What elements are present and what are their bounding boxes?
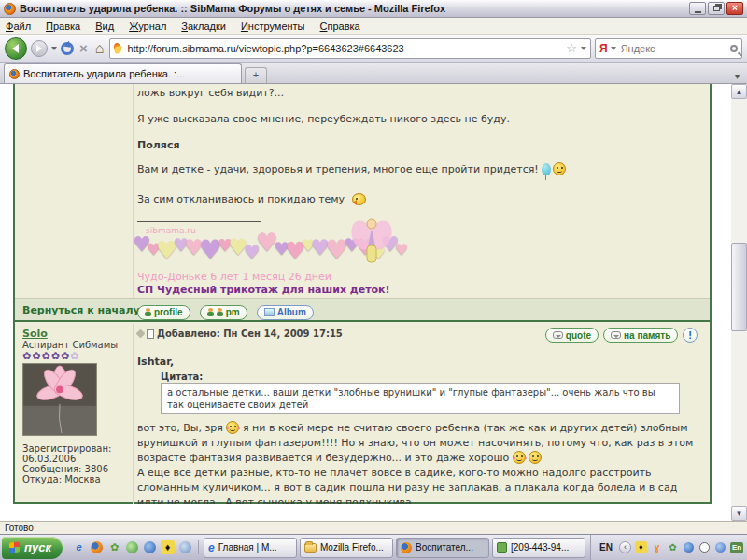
- menu-bookmarks[interactable]: Закладки: [181, 21, 226, 32]
- media-player-quicklaunch-icon[interactable]: [143, 540, 157, 554]
- search-input[interactable]: [619, 42, 727, 55]
- task-download[interactable]: [209-443-94...: [492, 538, 585, 558]
- quote-label: Цитата:: [161, 371, 203, 382]
- firefox-icon: [4, 3, 16, 15]
- search-icon[interactable]: [730, 45, 738, 52]
- system-tray: EN ‹ ♦ ɣ ✿ En 0:36: [590, 535, 747, 560]
- back-to-top-link[interactable]: Вернуться к началу: [22, 304, 140, 316]
- post-body: вот это, Вы, зря я ни в коей мере не счи…: [137, 421, 705, 504]
- user-tray-icon[interactable]: [714, 541, 726, 553]
- album-button[interactable]: Album: [257, 305, 314, 320]
- start-button[interactable]: пуск: [2, 537, 63, 559]
- history-dropdown-icon[interactable]: [51, 47, 57, 53]
- quote-button[interactable]: quote: [545, 328, 599, 343]
- firefox-icon: [401, 542, 412, 553]
- rank-stars: ✿✿✿✿✿✿: [22, 350, 79, 362]
- task-buttons: e Главная | М... Mozilla Firefo... Воспи…: [199, 538, 590, 558]
- icq-quicklaunch-icon[interactable]: ✿: [107, 540, 121, 554]
- menu-bar: Файл Правка Вид Журнал Закладки Инструме…: [0, 18, 747, 35]
- ie-icon: e: [208, 541, 215, 554]
- chick-smiley-icon: [352, 193, 366, 205]
- author-rank: Аспирант Сибмамы: [22, 340, 118, 350]
- person-icon: [217, 308, 223, 316]
- taskbar: пуск e ✿ ♦ e Главная | М... Mozilla Fire…: [0, 534, 747, 560]
- laugh-smiley-icon: [553, 162, 566, 175]
- profile-button[interactable]: profile: [137, 305, 190, 320]
- post1-line4: Вам и детке - удачи, здоровья и трепения…: [137, 162, 566, 175]
- speech-bubble-icon: [553, 331, 563, 339]
- back-button[interactable]: [5, 37, 27, 60]
- firefox-quicklaunch-icon[interactable]: [90, 540, 104, 554]
- url-input[interactable]: [125, 42, 562, 55]
- minimize-button[interactable]: [689, 2, 706, 15]
- pinwheel-tray-icon[interactable]: ✿: [667, 541, 679, 553]
- scroll-down-button[interactable]: ▼: [731, 506, 747, 521]
- task-ie[interactable]: e Главная | М...: [204, 538, 297, 558]
- browser-viewport: ложь вокруг себя видит?... Я уже высказа…: [0, 84, 747, 521]
- status-text: Готово: [5, 523, 34, 533]
- report-button[interactable]: !: [683, 328, 698, 343]
- url-dropdown-icon[interactable]: [581, 47, 586, 53]
- post-footer-row: Вернуться к началу profile pm Album: [15, 298, 710, 322]
- messages-count: Сообщения: 3806: [22, 464, 108, 474]
- menu-edit[interactable]: Правка: [46, 21, 80, 32]
- menu-tools[interactable]: Инструменты: [241, 21, 305, 32]
- thebat-quicklaunch-icon[interactable]: ♦: [161, 540, 175, 554]
- search-engine-dropdown-icon[interactable]: [611, 47, 616, 53]
- messenger-quicklaunch-icon[interactable]: [125, 540, 139, 554]
- punto-lang-badge[interactable]: En: [730, 542, 743, 553]
- thebat-tray-icon[interactable]: ♦: [635, 541, 647, 553]
- fox-tray-icon[interactable]: ɣ: [651, 541, 663, 553]
- post1-line3: Поляся: [137, 139, 179, 151]
- task-firefox-active[interactable]: Воспитател...: [396, 538, 489, 558]
- pm-button[interactable]: pm: [200, 305, 247, 320]
- post-row-solo: Solo Аспирант Сибмамы ✿✿✿✿✿✿ Зарегистрир…: [15, 324, 710, 504]
- registered-label: Зарегистрирован:: [22, 443, 111, 454]
- scrollbar-thumb[interactable]: [731, 243, 747, 331]
- person-icon: [145, 308, 151, 316]
- chevron-left-icon[interactable]: ‹: [619, 541, 631, 553]
- menu-help[interactable]: Справка: [320, 21, 360, 32]
- clock-tray-icon[interactable]: [698, 541, 711, 553]
- tab-bar: Воспитатель ударила ребенка. :... + ▾: [0, 63, 747, 84]
- window-title: Воспитатель ударила ребенка. :: SibMama …: [20, 3, 689, 14]
- tab-active[interactable]: Воспитатель ударила ребенка. :...: [4, 63, 242, 83]
- status-bar: Готово: [0, 521, 747, 534]
- close-button[interactable]: ×: [726, 2, 743, 15]
- bookmark-star-icon[interactable]: ☆: [566, 42, 577, 54]
- save-to-memory-button[interactable]: на память: [603, 328, 678, 343]
- restore-button[interactable]: [708, 2, 725, 15]
- windows-flag-icon: [9, 541, 20, 553]
- messenger-tray-icon[interactable]: [683, 541, 695, 553]
- author-link[interactable]: Solo: [22, 328, 48, 340]
- home-button[interactable]: ⌂: [93, 41, 106, 56]
- menu-view[interactable]: Вид: [95, 21, 114, 32]
- signature-divider: [137, 221, 261, 222]
- tab-label: Воспитатель ударила ребенка. :...: [23, 68, 185, 79]
- task-folder[interactable]: Mozilla Firefo...: [300, 538, 393, 558]
- menu-file[interactable]: Файл: [6, 21, 31, 32]
- url-bar[interactable]: ☆: [109, 38, 591, 59]
- photo-icon: [264, 308, 275, 316]
- menu-history[interactable]: Журнал: [129, 21, 166, 32]
- language-indicator[interactable]: EN: [597, 540, 615, 554]
- location: Откуда: Москва: [22, 474, 101, 484]
- scroll-up-button[interactable]: ▲: [731, 84, 747, 99]
- new-tab-button[interactable]: +: [245, 67, 267, 83]
- girl-smiley-icon: [513, 451, 526, 464]
- search-bar[interactable]: Я: [595, 38, 742, 59]
- reload-button[interactable]: [61, 42, 74, 55]
- tab-list-button[interactable]: ▾: [731, 69, 743, 83]
- ie-quicklaunch-icon[interactable]: e: [72, 540, 86, 554]
- stop-button[interactable]: ×: [78, 41, 90, 55]
- signature-sp-link[interactable]: СП Чудесный трикотаж для наших деток!: [137, 284, 390, 296]
- quick-launch: e ✿ ♦: [66, 540, 199, 554]
- post-header: Добавлено: Пн Сен 14, 2009 17:15: [137, 329, 343, 339]
- browser-quicklaunch-icon[interactable]: [178, 540, 192, 554]
- site-favicon: [113, 42, 123, 54]
- forward-button[interactable]: [31, 40, 48, 57]
- addressee: Ishtar,: [137, 356, 174, 368]
- scrollbar-track[interactable]: ▲ ▼: [731, 84, 747, 521]
- balloon-smiley-icon: [542, 163, 551, 175]
- folder-icon: [304, 543, 317, 553]
